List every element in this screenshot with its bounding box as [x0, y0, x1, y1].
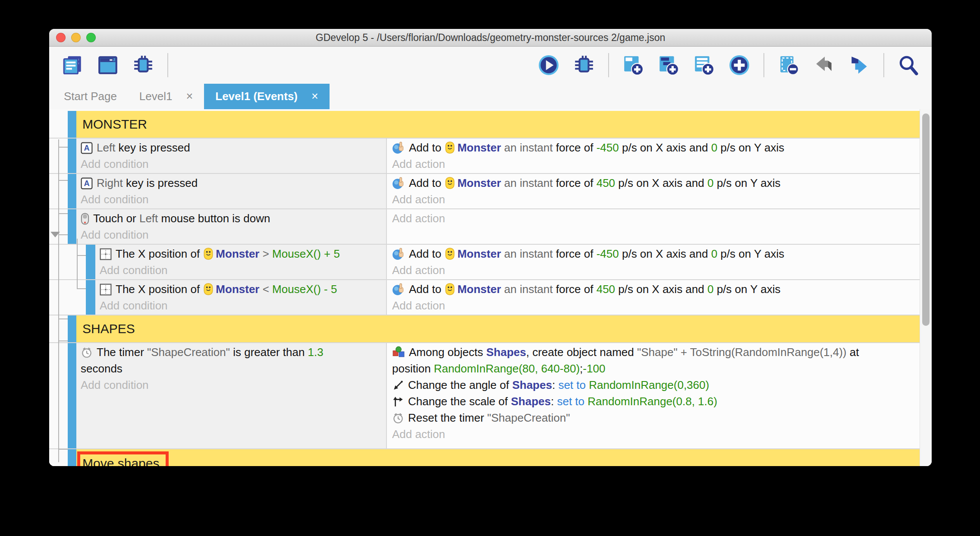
add-condition-link[interactable]: Add condition [81, 191, 383, 208]
close-tab-icon[interactable]: × [311, 90, 318, 103]
event-drag-handle[interactable] [68, 315, 76, 342]
conditions-cell[interactable]: ARight key is pressedAdd condition [76, 174, 386, 208]
scene-editor-button[interactable] [97, 54, 119, 76]
event-drag-handle[interactable] [68, 111, 76, 138]
event-drag-handle[interactable] [86, 245, 95, 279]
event-drag-handle[interactable] [68, 209, 76, 244]
placeholder-label: Add action [392, 264, 445, 277]
action[interactable]: Change the angle of Shapes: set to Rando… [392, 377, 916, 393]
add-action-link[interactable]: Add action [392, 262, 916, 278]
event-gutter [49, 111, 68, 138]
tab-label: Start Page [64, 90, 117, 103]
add-action-link[interactable]: Add action [392, 426, 916, 442]
condition[interactable]: The X position of Monster > MouseX() + 5 [100, 246, 383, 262]
action[interactable]: Add to Monster an instant force of -450 … [392, 139, 916, 156]
event-group-header[interactable]: MONSTER [76, 111, 920, 138]
redo-icon [848, 54, 870, 76]
redo-button[interactable] [848, 54, 870, 76]
conditions-cell[interactable]: The timer "ShapeCreation" is greater tha… [76, 343, 386, 448]
add-other-event-button[interactable] [728, 54, 751, 76]
force-hand-icon [392, 283, 405, 296]
action[interactable]: Add to Monster an instant force of -450 … [392, 246, 916, 262]
action[interactable]: Add to Monster an instant force of 450 p… [392, 281, 916, 297]
scrollbar-thumb[interactable] [922, 114, 930, 326]
event-row: The X position of Monster > MouseX() + 5… [49, 245, 920, 280]
add-subevent-button[interactable] [657, 54, 680, 76]
condition[interactable]: Touch or Left mouse button is down [81, 210, 383, 227]
event-group-header[interactable]: Move shapes [76, 449, 920, 466]
scrollbar[interactable] [920, 109, 932, 466]
instruction-text: "ShapeCreation" [487, 411, 570, 424]
instruction-text: p/s on X axis and [619, 141, 711, 154]
force-hand-icon [392, 141, 405, 154]
window-title: GDevelop 5 - /Users/florian/Downloads/ge… [316, 32, 665, 44]
undo-button[interactable] [813, 54, 835, 76]
actions-cell[interactable]: Add to Monster an instant force of 450 p… [386, 174, 920, 208]
instruction-text: Add to [409, 247, 444, 260]
angle-icon [392, 379, 404, 391]
delete-event-button[interactable] [777, 54, 800, 76]
actions-cell[interactable]: Add action [386, 209, 920, 244]
conditions-cell[interactable]: ALeft key is pressedAdd condition [76, 139, 386, 173]
add-condition-link[interactable]: Add condition [100, 262, 383, 278]
condition[interactable]: The timer "ShapeCreation" is greater tha… [81, 344, 383, 360]
add-condition-link[interactable]: Add condition [81, 377, 383, 393]
actions-cell[interactable]: Among objects Shapes, create object name… [386, 343, 920, 448]
add-event-button[interactable] [622, 54, 644, 76]
conditions-cell[interactable]: Touch or Left mouse button is downAdd co… [76, 209, 386, 244]
group-title: SHAPES [82, 322, 135, 336]
close-window-button[interactable] [56, 33, 66, 42]
debug-run-button[interactable] [573, 54, 595, 76]
event-drag-handle[interactable] [68, 343, 76, 448]
instruction-text: key is pressed [123, 177, 198, 189]
minimize-window-button[interactable] [71, 33, 81, 42]
actions-cell[interactable]: Add to Monster an instant force of -450 … [386, 139, 920, 173]
instruction-text: p/s on X axis and [619, 247, 711, 260]
search-button[interactable] [897, 54, 920, 76]
event-gutter [49, 315, 68, 342]
add-condition-link[interactable]: Add condition [100, 297, 383, 314]
gdevelop-window: GDevelop 5 - /Users/florian/Downloads/ge… [49, 29, 932, 466]
actions-cell[interactable]: Add to Monster an instant force of -450 … [386, 245, 920, 279]
actions-cell[interactable]: Add to Monster an instant force of 450 p… [386, 280, 920, 315]
condition[interactable]: ALeft key is pressed [81, 139, 383, 156]
action[interactable]: Change the scale of Shapes: set to Rando… [392, 393, 916, 410]
conditions-cell[interactable]: The X position of Monster < MouseX() - 5… [95, 280, 386, 315]
action[interactable]: Add to Monster an instant force of 450 p… [392, 175, 916, 191]
instruction-text: 1.3 [308, 346, 324, 359]
conditions-cell[interactable]: The X position of Monster > MouseX() + 5… [95, 245, 386, 279]
instruction-text: : [551, 395, 557, 408]
event-drag-handle[interactable] [68, 174, 76, 208]
event-row: ALeft key is pressedAdd conditionAdd to … [49, 139, 920, 174]
instruction-text: The X position of [116, 247, 203, 260]
add-action-link[interactable]: Add action [392, 191, 916, 208]
action[interactable]: Reset the timer "ShapeCreation" [392, 410, 916, 426]
action[interactable]: Among objects Shapes, create object name… [392, 344, 916, 360]
add-action-link[interactable]: Add action [392, 156, 916, 172]
toolbar-divider [167, 53, 168, 77]
add-condition-link[interactable]: Add condition [81, 156, 383, 172]
close-tab-icon[interactable]: × [186, 90, 193, 103]
zoom-window-button[interactable] [86, 33, 96, 42]
condition[interactable]: seconds [81, 360, 383, 377]
action[interactable]: position RandomInRange(80, 640-80);-100 [392, 360, 916, 377]
tab-start-page[interactable]: Start Page [53, 84, 128, 109]
add-event-icon [622, 54, 644, 76]
tab-level1[interactable]: Level1 × [128, 84, 204, 109]
main-toolbar [49, 47, 932, 84]
add-comment-button[interactable] [693, 54, 715, 76]
condition[interactable]: ARight key is pressed [81, 175, 383, 191]
event-group-header[interactable]: SHAPES [76, 315, 920, 342]
play-button[interactable] [537, 54, 560, 76]
event-drag-handle[interactable] [68, 139, 76, 173]
tab-level1-events[interactable]: Level1 (Events) × [204, 84, 330, 109]
add-action-link[interactable]: Add action [392, 297, 916, 314]
add-condition-link[interactable]: Add condition [81, 227, 383, 243]
condition[interactable]: The X position of Monster < MouseX() - 5 [100, 281, 383, 297]
event-drag-handle[interactable] [68, 449, 76, 466]
add-action-link[interactable]: Add action [392, 210, 916, 227]
event-group-row: MONSTER [49, 111, 920, 139]
debugger-button[interactable] [132, 54, 154, 76]
project-manager-button[interactable] [61, 54, 84, 76]
event-drag-handle[interactable] [86, 280, 95, 315]
